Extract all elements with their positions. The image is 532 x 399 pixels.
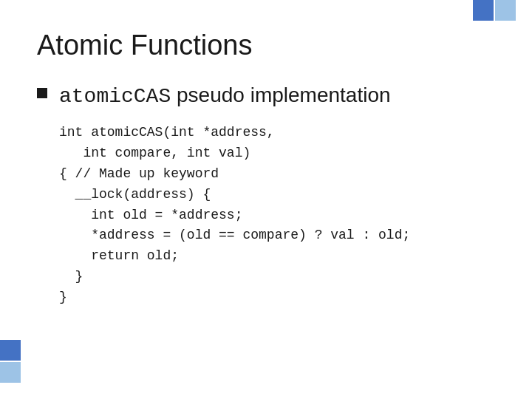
bullet-icon: [37, 88, 47, 98]
code-line: *address = (old == compare) ? val : old;: [59, 225, 495, 246]
code-line: int old = *address;: [59, 205, 495, 226]
corner-square-blue: [473, 0, 494, 21]
code-line: return old;: [59, 246, 495, 267]
corner-square-light: [495, 0, 516, 21]
corner-decoration-bottom-left: [0, 340, 22, 399]
bottom-square-light: [0, 362, 21, 383]
bottom-square-blue: [0, 340, 21, 361]
code-line: int compare, int val): [59, 143, 495, 164]
bullet-text: atomicCAS pseudo implementation: [59, 83, 391, 108]
code-line: }: [59, 287, 495, 308]
corner-decoration-top-right: [473, 0, 532, 22]
bullet-section: atomicCAS pseudo implementation: [37, 83, 495, 108]
code-line: }: [59, 267, 495, 287]
slide-title: Atomic Functions: [37, 30, 495, 61]
code-line: __lock(address) {: [59, 185, 495, 205]
code-block: int atomicCAS(int *address, int compare,…: [59, 123, 495, 308]
code-line: { // Made up keyword: [59, 164, 495, 185]
slide-content: Atomic Functions atomicCAS pseudo implem…: [0, 0, 532, 330]
bullet-code-name: atomicCAS: [59, 85, 171, 108]
code-line: int atomicCAS(int *address,: [59, 123, 495, 143]
bullet-rest: pseudo implementation: [171, 83, 390, 106]
